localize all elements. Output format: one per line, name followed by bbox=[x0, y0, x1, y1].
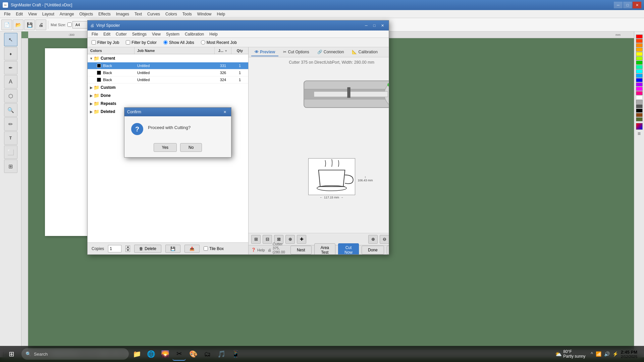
area-test-button[interactable]: Area Test bbox=[314, 243, 335, 255]
tab-calibration[interactable]: 📐 Calibration bbox=[348, 48, 381, 56]
menu-layout[interactable]: Layout bbox=[40, 10, 57, 18]
taskbar-app-scanner[interactable]: 📱 bbox=[229, 347, 242, 361]
pencil-tool[interactable]: ✏ bbox=[4, 117, 17, 131]
node-tool[interactable]: ⬧ bbox=[4, 47, 17, 60]
color-swatch-blue[interactable] bbox=[636, 78, 643, 82]
color-swatch-sky-blue[interactable] bbox=[636, 74, 643, 78]
preview-tool-5[interactable]: ✚ bbox=[297, 235, 306, 244]
taskbar-app-audio[interactable]: 🎵 bbox=[215, 347, 228, 361]
color-swatch-brown[interactable] bbox=[636, 113, 643, 117]
sp-menu-system[interactable]: System bbox=[163, 31, 182, 37]
color-swatch-orange[interactable] bbox=[636, 43, 643, 47]
weather-widget[interactable]: ⛅ 80°F Partly sunny bbox=[552, 349, 588, 359]
confirm-close-button[interactable]: ✕ bbox=[221, 109, 228, 115]
color-swatch-hot-pink[interactable] bbox=[636, 91, 643, 95]
taskbar-app-browser[interactable]: 🌐 bbox=[144, 347, 158, 361]
tab-preview[interactable]: 👁 Preview bbox=[251, 48, 278, 56]
filter-by-color-checkbox[interactable] bbox=[126, 40, 130, 45]
group-done-header[interactable]: ▶ 📁 Done bbox=[88, 92, 248, 100]
taskbar-app-winrar[interactable]: 🗂 bbox=[201, 347, 214, 361]
maximize-button[interactable]: □ bbox=[623, 2, 632, 8]
text-tool[interactable]: A bbox=[4, 75, 17, 88]
color-swatch-orange-red[interactable] bbox=[636, 39, 643, 43]
sp-menu-calibration[interactable]: Calibration bbox=[182, 31, 207, 37]
preview-zoom-in[interactable]: ⊕ bbox=[368, 235, 378, 244]
menu-edit[interactable]: Edit bbox=[13, 10, 25, 18]
spooler-maximize-button[interactable]: □ bbox=[371, 22, 378, 28]
group-current-header[interactable]: ▼ 📁 Current bbox=[88, 54, 248, 62]
expand-colors-button[interactable]: ≡ bbox=[638, 131, 641, 137]
taskbar-search[interactable]: 🔍 Search bbox=[21, 348, 129, 360]
color-swatch-red[interactable] bbox=[636, 35, 643, 39]
group-custom-header[interactable]: ▶ 📁 Custom bbox=[88, 83, 248, 92]
taskbar-app-bing[interactable]: 🌄 bbox=[158, 347, 172, 361]
menu-file[interactable]: File bbox=[1, 10, 13, 18]
preview-tool-1[interactable]: ⊞ bbox=[251, 235, 261, 244]
new-button[interactable]: 📄 bbox=[1, 19, 12, 30]
most-recent-job-option[interactable]: Most Recent Job bbox=[201, 40, 237, 45]
mat-size-checkbox[interactable] bbox=[67, 22, 72, 27]
nest-button[interactable]: Nest bbox=[290, 246, 312, 254]
confirm-no-button[interactable]: No bbox=[180, 143, 202, 152]
pen-tool[interactable]: ✒ bbox=[4, 61, 17, 74]
show-all-jobs-radio[interactable] bbox=[163, 40, 168, 45]
taskbar-app-files[interactable]: 📁 bbox=[130, 347, 144, 361]
color-gradient-swatch[interactable] bbox=[636, 123, 643, 130]
color-swatch-amber[interactable] bbox=[636, 48, 643, 52]
job-row-324[interactable]: Black Untitled 324 1 bbox=[88, 76, 248, 83]
extra-tool[interactable]: ⊞ bbox=[4, 160, 17, 173]
color-swatch-cyan[interactable] bbox=[636, 69, 643, 73]
copies-input[interactable] bbox=[108, 245, 121, 252]
taskbar-app-illustrator[interactable]: 🎨 bbox=[186, 347, 200, 361]
sp-menu-help[interactable]: Help bbox=[207, 31, 220, 37]
spooler-minimize-button[interactable]: ─ bbox=[363, 22, 370, 28]
network-icon[interactable]: 📶 bbox=[596, 351, 601, 357]
preview-tool-4[interactable]: ⊕ bbox=[285, 235, 295, 244]
color-swatch-magenta[interactable] bbox=[636, 87, 643, 91]
cancel-button[interactable]: Cancel bbox=[387, 246, 389, 254]
menu-images[interactable]: Images bbox=[113, 10, 132, 18]
filter-by-color-option[interactable]: Filter by Color bbox=[126, 40, 157, 45]
shape-tool[interactable]: ⬡ bbox=[4, 89, 17, 103]
tab-connection[interactable]: 🔗 Connection bbox=[314, 48, 347, 56]
menu-objects[interactable]: Objects bbox=[77, 10, 96, 18]
select-tool[interactable]: ↖ bbox=[4, 33, 17, 46]
menu-text[interactable]: Text bbox=[132, 10, 145, 18]
color-swatch-dark-gray[interactable] bbox=[636, 104, 643, 108]
menu-effects[interactable]: Effects bbox=[96, 10, 113, 18]
rect-tool[interactable]: ⬜ bbox=[4, 145, 17, 159]
color-swatch-yellow[interactable] bbox=[636, 52, 643, 56]
tile-box-checkbox[interactable] bbox=[204, 246, 208, 251]
sp-menu-edit[interactable]: Edit bbox=[101, 31, 113, 37]
filter-by-job-option[interactable]: Filter by Job bbox=[92, 40, 119, 45]
save-button[interactable]: 💾 bbox=[24, 19, 35, 30]
color-swatch-yellow-green[interactable] bbox=[636, 56, 643, 60]
menu-colors[interactable]: Colors bbox=[163, 10, 180, 18]
confirm-yes-button[interactable]: Yes bbox=[154, 143, 177, 152]
done-button[interactable]: Done bbox=[362, 246, 384, 254]
minimize-button[interactable]: ─ bbox=[614, 2, 623, 8]
color-swatch-green[interactable] bbox=[636, 61, 643, 65]
sp-menu-cutter[interactable]: Cutter bbox=[113, 31, 129, 37]
tray-expand-icon[interactable]: ^ bbox=[591, 351, 593, 357]
color-swatch-olive[interactable] bbox=[636, 117, 643, 121]
menu-curves[interactable]: Curves bbox=[145, 10, 163, 18]
menu-window[interactable]: Window bbox=[195, 10, 214, 18]
job-row-326[interactable]: Black Untitled 326 1 bbox=[88, 69, 248, 76]
zoom-tool[interactable]: 🔍 bbox=[4, 103, 17, 117]
copies-down-button[interactable]: ▼ bbox=[125, 249, 130, 252]
volume-icon[interactable]: 🔊 bbox=[604, 351, 610, 357]
cut-now-button[interactable]: Cut Now bbox=[338, 243, 359, 255]
sp-menu-view[interactable]: View bbox=[149, 31, 163, 37]
export-button[interactable]: 📤 bbox=[184, 245, 200, 253]
color-swatch-gray[interactable] bbox=[636, 100, 643, 104]
sp-menu-settings[interactable]: Settings bbox=[129, 31, 149, 37]
open-button[interactable]: 📂 bbox=[13, 19, 23, 30]
spooler-close-button[interactable]: ✕ bbox=[379, 22, 386, 28]
spooler-help-button[interactable]: ❓ Help bbox=[251, 248, 265, 252]
color-swatch-white[interactable] bbox=[636, 96, 643, 100]
tile-box-option[interactable]: Tile Box bbox=[204, 246, 224, 251]
save-job-button[interactable]: 💾 bbox=[165, 245, 180, 253]
filter-by-job-checkbox[interactable] bbox=[92, 40, 96, 45]
tab-cut-options[interactable]: ✂ Cut Options bbox=[280, 48, 312, 56]
